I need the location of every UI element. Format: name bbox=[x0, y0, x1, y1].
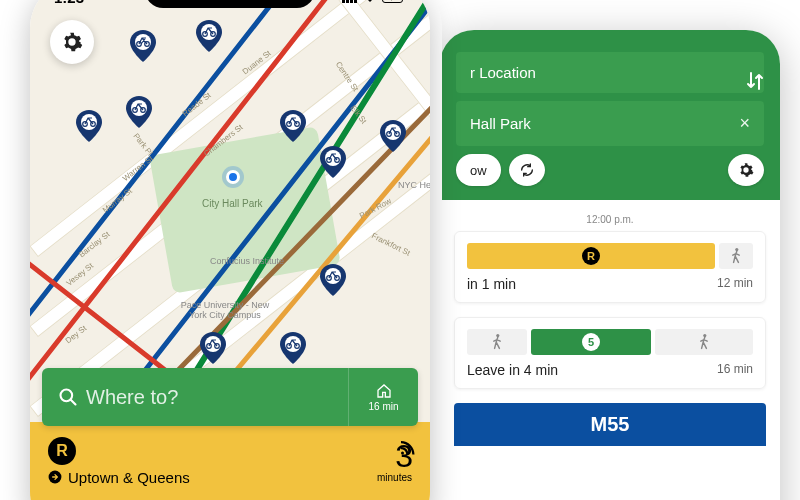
route-segment-walk bbox=[467, 329, 527, 355]
bike-pin-icon[interactable] bbox=[380, 120, 406, 152]
bike-pin-icon[interactable] bbox=[320, 146, 346, 178]
line-badge-r: R bbox=[582, 247, 600, 265]
svg-rect-1 bbox=[346, 0, 349, 3]
status-time: 1:23 bbox=[54, 0, 84, 6]
svg-rect-0 bbox=[342, 0, 345, 3]
bike-pin-icon[interactable] bbox=[280, 332, 306, 364]
line-badge-5: 5 bbox=[582, 333, 600, 351]
route-segment-walk bbox=[655, 329, 753, 355]
poi-label: NYC Headqu bbox=[398, 180, 430, 190]
phone-map-view: 1:23 City Hall Park Duane St Reade St Ch… bbox=[30, 0, 430, 500]
depart-chip-label: ow bbox=[470, 163, 487, 178]
results-list: 12:00 p.m. R in 1 min 12 min bbox=[440, 200, 780, 456]
home-shortcut[interactable]: 16 min bbox=[348, 368, 418, 426]
route-segment-transit: 5 bbox=[531, 329, 651, 355]
from-field[interactable]: r Location bbox=[456, 52, 764, 93]
walk-icon bbox=[730, 248, 742, 264]
battery-icon bbox=[382, 0, 406, 6]
eta-unit: minutes bbox=[377, 472, 412, 483]
live-icon bbox=[398, 438, 416, 456]
swap-button[interactable] bbox=[746, 70, 764, 96]
timeline-label: 12:00 p.m. bbox=[454, 214, 766, 225]
route-segment-transit: R bbox=[467, 243, 715, 269]
gear-icon bbox=[61, 31, 83, 53]
street-label: Park Pl bbox=[131, 132, 154, 158]
current-location-dot bbox=[226, 170, 240, 184]
phone-trip-planner: r Location Hall Park × ow 12:00 p.m. R bbox=[440, 30, 780, 500]
walk-icon bbox=[698, 334, 710, 350]
next-departure-card[interactable]: R Uptown & Queens 3 minutes bbox=[30, 422, 430, 500]
walk-icon bbox=[491, 334, 503, 350]
swap-icon bbox=[746, 70, 764, 92]
bike-pin-icon[interactable] bbox=[280, 110, 306, 142]
clear-to-button[interactable]: × bbox=[739, 113, 750, 134]
park-label: City Hall Park bbox=[202, 198, 263, 209]
to-field[interactable]: Hall Park × bbox=[456, 101, 764, 146]
refresh-button[interactable] bbox=[509, 154, 545, 186]
gear-icon bbox=[738, 162, 754, 178]
bike-pin-icon[interactable] bbox=[200, 332, 226, 364]
route-leave-label: Leave in 4 min bbox=[467, 362, 558, 378]
search-icon bbox=[58, 387, 78, 407]
home-icon bbox=[376, 383, 392, 399]
signal-icon bbox=[342, 0, 358, 6]
poi-label: Pace University - New York City Campus bbox=[180, 300, 270, 320]
phone-notch bbox=[145, 0, 315, 8]
route-duration: 16 min bbox=[717, 362, 753, 378]
settings-button[interactable] bbox=[50, 20, 94, 64]
bike-pin-icon[interactable] bbox=[320, 264, 346, 296]
svg-rect-4 bbox=[383, 0, 403, 2]
bus-route-banner[interactable]: M55 bbox=[454, 403, 766, 446]
route-segment-walk bbox=[719, 243, 753, 269]
from-value: r Location bbox=[470, 64, 536, 81]
home-duration: 16 min bbox=[368, 401, 398, 412]
search-bar[interactable]: Where to? 16 min bbox=[42, 368, 418, 426]
street-label: Frankfort St bbox=[370, 231, 412, 257]
depart-time-chip[interactable]: ow bbox=[456, 154, 501, 186]
route-leave-label: in 1 min bbox=[467, 276, 516, 292]
refresh-icon bbox=[519, 162, 535, 178]
route-card[interactable]: 5 Leave in 4 min 16 min bbox=[454, 317, 766, 389]
route-duration: 12 min bbox=[717, 276, 753, 292]
svg-rect-3 bbox=[354, 0, 357, 3]
poi-label: Confucius Institute bbox=[210, 256, 284, 266]
bike-pin-icon[interactable] bbox=[76, 110, 102, 142]
route-card[interactable]: R in 1 min 12 min bbox=[454, 231, 766, 303]
options-button[interactable] bbox=[728, 154, 764, 186]
bike-pin-icon[interactable] bbox=[130, 30, 156, 62]
svg-line-37 bbox=[71, 400, 76, 405]
svg-rect-2 bbox=[350, 0, 353, 3]
search-placeholder: Where to? bbox=[86, 386, 348, 409]
destination-label: Uptown & Queens bbox=[68, 469, 190, 486]
trip-header: r Location Hall Park × ow bbox=[440, 30, 780, 200]
bike-pin-icon[interactable] bbox=[126, 96, 152, 128]
to-value: Hall Park bbox=[470, 115, 531, 132]
wifi-icon bbox=[362, 0, 378, 6]
arrow-circle-icon bbox=[48, 470, 62, 484]
line-badge-r: R bbox=[48, 437, 76, 465]
bike-pin-icon[interactable] bbox=[196, 20, 222, 52]
